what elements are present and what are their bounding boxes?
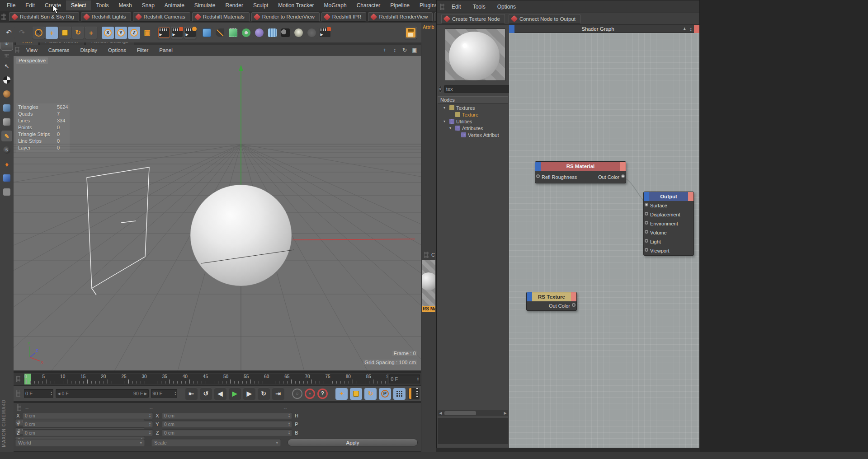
menu-item[interactable]: Snap: [137, 0, 160, 10]
redshift-toolbar-button[interactable]: Redshift Sun & Sky Rig: [9, 12, 79, 22]
tool-cursor-icon[interactable]: ↖: [1, 61, 12, 71]
key-pla-toggle[interactable]: [393, 388, 406, 400]
redshift-toolbar-button[interactable]: Redshift RenderView: [368, 12, 433, 22]
array-button[interactable]: [240, 27, 252, 39]
move-tool-button[interactable]: +: [46, 27, 58, 39]
undo-button[interactable]: ↶: [3, 27, 15, 39]
camera-label[interactable]: Perspective: [16, 57, 48, 64]
menu-item[interactable]: Sculpt: [248, 0, 273, 10]
horizontal-scrollbar[interactable]: ◀ ▶: [438, 410, 508, 416]
object-mode-icon[interactable]: [1, 117, 12, 127]
tree-item[interactable]: Vertex Attribut: [438, 131, 508, 138]
size-value-field[interactable]: 0 cm▴▾: [162, 421, 292, 427]
camera-button[interactable]: [279, 27, 292, 39]
save-button[interactable]: [405, 27, 417, 39]
viewport-pan-icon[interactable]: +: [381, 47, 388, 54]
play-backwards-button[interactable]: ↺: [200, 388, 212, 400]
input-port[interactable]: [645, 239, 648, 243]
current-frame-field[interactable]: 0 F ▴▾: [24, 389, 53, 398]
input-port[interactable]: [645, 221, 648, 225]
output-node-input-row[interactable]: Displacement: [644, 210, 693, 219]
play-button[interactable]: ▶: [229, 388, 241, 400]
stage-button[interactable]: ▶: [319, 27, 331, 39]
material-thumbnail[interactable]: [422, 260, 435, 310]
viewport-menu-item[interactable]: Filter: [132, 46, 154, 54]
material-manager-menu[interactable]: C: [431, 252, 435, 258]
menu-item[interactable]: Animate: [160, 0, 189, 10]
shader-graph-action-button[interactable]: Connect Node to Output: [509, 14, 580, 23]
lock-y-axis-button[interactable]: Y: [115, 27, 127, 39]
tree-caret-icon[interactable]: ▾: [449, 126, 453, 130]
tree-item[interactable]: Texture: [438, 111, 508, 118]
menu-item[interactable]: Select: [66, 0, 91, 10]
render-view-button[interactable]: ▶: [158, 27, 170, 39]
shader-graph-titlebar[interactable]: Shader Graph + ↕: [509, 25, 699, 33]
record-key-button[interactable]: ○: [292, 389, 302, 399]
frame-number-field[interactable]: 0 F ▴▾: [389, 375, 420, 384]
shader-graph-menu-item[interactable]: Tools: [467, 1, 491, 12]
material-shader-button[interactable]: [306, 27, 318, 39]
menu-item[interactable]: Tools: [91, 0, 113, 10]
spline-pen-button[interactable]: [214, 27, 226, 39]
viewport-menu-item[interactable]: Display: [75, 46, 103, 54]
output-node-input-row[interactable]: Volume: [644, 228, 693, 237]
coordinate-system-button[interactable]: ▣: [141, 27, 153, 39]
keyframe-selection-button[interactable]: ?: [317, 389, 328, 399]
frame-range-slider[interactable]: ◀ 0 F 90 F ▶: [56, 389, 149, 398]
menu-item[interactable]: Character: [352, 0, 386, 10]
last-tool-button[interactable]: +: [85, 27, 97, 39]
key-scale-toggle[interactable]: [350, 388, 362, 400]
position-value-field[interactable]: 0 cm▴▾: [23, 412, 153, 419]
tree-item[interactable]: ▾ Utilities: [438, 118, 508, 125]
drag-grip-icon[interactable]: [424, 252, 429, 258]
floor-button[interactable]: [266, 27, 278, 39]
redshift-toolbar-button[interactable]: Redshift Lights: [81, 12, 131, 22]
output-node-input-row[interactable]: Viewport: [644, 246, 693, 255]
rotate-tool-button[interactable]: ↻: [72, 27, 84, 39]
output-node-input-row[interactable]: Environment: [644, 219, 693, 228]
model-mode-icon[interactable]: [1, 75, 12, 85]
lock-x-axis-button[interactable]: X: [102, 27, 114, 39]
drag-grip-icon[interactable]: [15, 47, 19, 53]
viewport-orbit-icon[interactable]: ↻: [401, 47, 408, 54]
menu-item[interactable]: Simulate: [189, 0, 221, 10]
viewport-dolly-icon[interactable]: ↕: [391, 47, 398, 54]
input-port[interactable]: [645, 203, 648, 206]
shader-graph-menu-item[interactable]: Edit: [446, 1, 467, 12]
drag-grip-icon[interactable]: [16, 376, 20, 382]
drag-grip-icon[interactable]: [17, 404, 21, 411]
shader-graph-canvas[interactable]: RS Material Refl Roughness Out Color Out…: [509, 33, 699, 448]
input-port[interactable]: [645, 212, 648, 215]
window-move-icon[interactable]: +: [681, 26, 688, 32]
previous-frame-button[interactable]: ◀: [214, 388, 226, 400]
polygons-mode-icon[interactable]: [1, 173, 12, 183]
menu-item[interactable]: MoGraph: [319, 0, 352, 10]
input-port[interactable]: [645, 248, 648, 252]
tree-caret-icon[interactable]: ▾: [443, 106, 448, 110]
menu-item[interactable]: Plugins: [415, 0, 436, 10]
tab-attributes[interactable]: Attrib: [421, 23, 436, 31]
output-port[interactable]: [572, 303, 576, 307]
tree-item[interactable]: ▾ Textures: [438, 104, 508, 111]
position-value-field[interactable]: 0 cm▴▾: [23, 421, 153, 427]
viewport-maximize-icon[interactable]: ▣: [411, 47, 418, 54]
viewport-menu-item[interactable]: View: [21, 46, 43, 54]
goto-end-button[interactable]: ⇥: [272, 388, 284, 400]
menu-item[interactable]: Motion Tracker: [273, 0, 319, 10]
tree-caret-icon[interactable]: ▾: [443, 119, 448, 123]
clear-search-button[interactable]: ×: [439, 86, 442, 93]
render-picture-viewer-button[interactable]: ▶: [171, 27, 183, 39]
menu-item[interactable]: Pipeline: [385, 0, 415, 10]
enable-axis-icon[interactable]: ✎: [1, 131, 12, 141]
output-node-input-row[interactable]: Light: [644, 237, 693, 246]
material-preview[interactable]: [445, 28, 505, 81]
light-button[interactable]: [292, 27, 305, 39]
workplane-mode-icon[interactable]: [1, 103, 12, 113]
viewport-menu-item[interactable]: Panel: [154, 46, 178, 54]
viewport-3d-canvas[interactable]: Y X Z Perspective Triangles5624 Quads7 L…: [14, 55, 421, 370]
node-output[interactable]: Output Surface Displacement Environment …: [643, 192, 694, 256]
key-position-toggle[interactable]: +: [335, 388, 348, 400]
shader-graph-menu-item[interactable]: Options: [491, 1, 522, 12]
snap-mode-icon[interactable]: [1, 187, 12, 197]
coordinate-space-dropdown[interactable]: World▾: [15, 439, 145, 446]
